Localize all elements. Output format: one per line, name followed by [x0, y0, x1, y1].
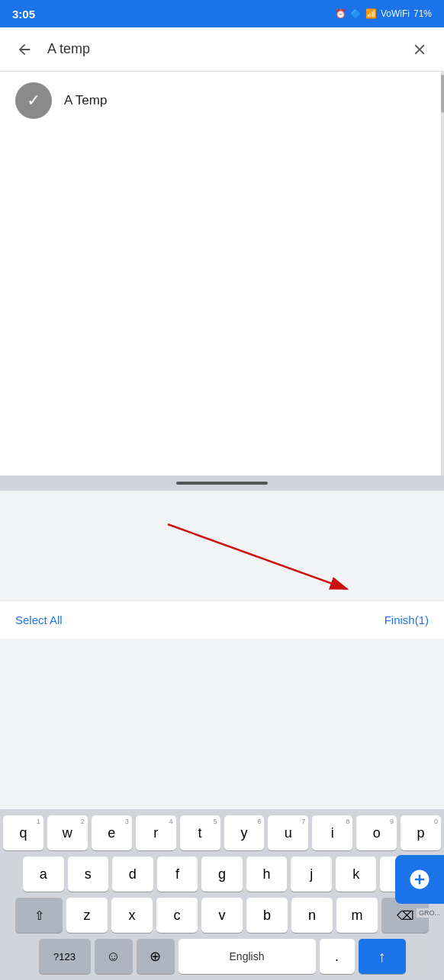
key-t[interactable]: 5t — [180, 815, 220, 850]
key-period[interactable]: . — [320, 939, 355, 974]
status-icons: ⏰ 🔷 📶 VoWiFi 71% — [335, 8, 432, 19]
alarm-icon: ⏰ — [335, 8, 346, 19]
finish-button[interactable]: Finish(1) — [384, 613, 429, 626]
home-bar — [176, 482, 268, 485]
key-s[interactable]: s — [68, 857, 109, 892]
key-p[interactable]: 0p — [401, 815, 441, 850]
key-q[interactable]: 1q — [3, 815, 43, 850]
home-indicator — [0, 476, 444, 491]
key-k[interactable]: k — [336, 857, 377, 892]
keyboard-row-2: a s d f g h j k l — [3, 857, 441, 892]
key-r[interactable]: 4r — [136, 815, 176, 850]
key-emoji[interactable]: ☺ — [95, 939, 133, 974]
clear-button[interactable] — [406, 36, 433, 63]
svg-line-1 — [168, 524, 347, 589]
keyboard-row-1: 1q 2w 3e 4r 5t 6y 7u 8i 9o 0p — [3, 815, 441, 850]
key-numbers[interactable]: ?123 — [39, 939, 91, 974]
key-n[interactable]: n — [291, 898, 333, 933]
status-bar: 3:05 ⏰ 🔷 📶 VoWiFi 71% — [0, 0, 444, 27]
key-x[interactable]: x — [111, 898, 153, 933]
battery-icon: 71% — [413, 8, 432, 19]
contact-list: ✓ A Temp — [0, 72, 444, 130]
key-o[interactable]: 9o — [356, 815, 397, 850]
key-space[interactable]: English — [179, 939, 316, 974]
key-h[interactable]: h — [246, 857, 288, 892]
key-v[interactable]: v — [201, 898, 243, 933]
back-button[interactable] — [11, 36, 38, 63]
checkmark-icon: ✓ — [27, 91, 40, 110]
contact-item[interactable]: ✓ A Temp — [0, 72, 444, 130]
content-area: ✓ A Temp — [0, 72, 444, 476]
key-enter[interactable]: ↑ — [359, 939, 406, 974]
key-m[interactable]: m — [336, 898, 378, 933]
key-i[interactable]: 8i — [312, 815, 352, 850]
key-z[interactable]: z — [66, 898, 108, 933]
key-f[interactable]: f — [157, 857, 198, 892]
fab-label: GRO... — [417, 908, 442, 918]
signal-icon: VoWiFi — [381, 8, 410, 19]
key-g[interactable]: g — [201, 857, 243, 892]
status-time: 3:05 — [12, 8, 35, 21]
contact-name: A Temp — [64, 93, 107, 108]
wifi-icon: 📶 — [365, 8, 377, 19]
key-globe[interactable]: ⊕ — [137, 939, 175, 974]
keyboard: 1q 2w 3e 4r 5t 6y 7u 8i 9o 0p a s d f g … — [0, 809, 444, 980]
key-a[interactable]: a — [23, 857, 64, 892]
key-b[interactable]: b — [246, 898, 288, 933]
key-u[interactable]: 7u — [268, 815, 308, 850]
search-query[interactable]: A temp — [47, 41, 397, 57]
scrollbar[interactable] — [441, 72, 444, 476]
search-bar: A temp — [0, 27, 444, 72]
red-arrow — [153, 517, 366, 600]
action-bar: Select All Finish(1) — [0, 600, 444, 639]
key-w[interactable]: 2w — [47, 815, 88, 850]
fab-overlay[interactable] — [395, 855, 444, 904]
scrollbar-thumb — [441, 75, 444, 113]
select-all-button[interactable]: Select All — [15, 613, 63, 626]
keyboard-row-3: ⇧ z x c v b n m ⌫ — [3, 898, 441, 933]
key-d[interactable]: d — [112, 857, 153, 892]
key-shift[interactable]: ⇧ — [15, 898, 63, 933]
avatar: ✓ — [15, 82, 52, 119]
key-c[interactable]: c — [156, 898, 198, 933]
key-j[interactable]: j — [291, 857, 332, 892]
bluetooth-icon: 🔷 — [350, 8, 362, 19]
key-y[interactable]: 6y — [224, 815, 265, 850]
keyboard-bottom-row: ?123 ☺ ⊕ English . ↑ — [3, 939, 441, 974]
key-e[interactable]: 3e — [92, 815, 132, 850]
